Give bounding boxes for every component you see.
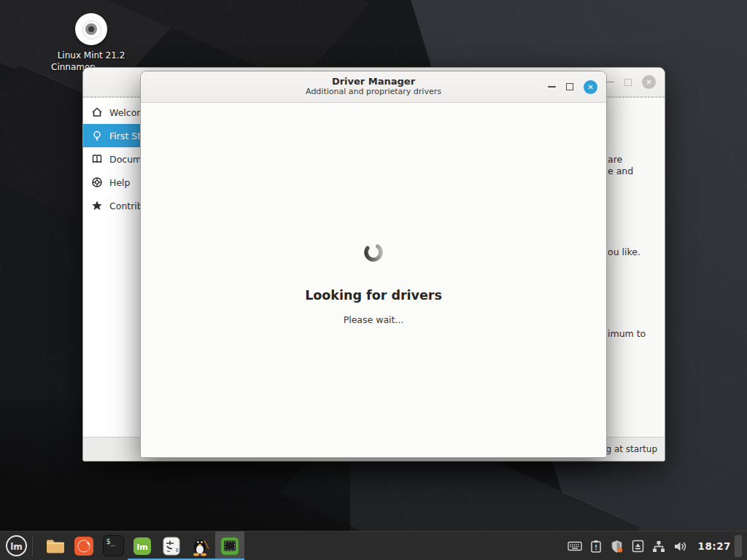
status-message: Please wait... [141,314,606,325]
minimize-button[interactable] [606,82,614,83]
terminal-icon: $_ [103,535,124,556]
lightbulb-icon [91,130,103,141]
desktop-icon-label-line1: Linux Mint 21.2 [58,50,125,61]
driver-manager-content: Looking for drivers Please wait... [141,103,606,457]
mint-welcome-icon: lm [132,536,152,556]
taskbar-clock[interactable]: 18:27 [698,540,731,552]
desktop-icon-install-disc[interactable]: Linux Mint 21.2 Cinnamon [44,13,139,73]
driver-manager-titlebar[interactable]: Driver Manager Additional and proprietar… [141,71,606,103]
files-launcher[interactable] [40,532,69,560]
close-button[interactable]: ✕ [584,80,597,94]
close-button[interactable]: ✕ [642,75,656,89]
minimize-button[interactable] [548,86,556,88]
taskbar: lm $_ lm E [0,531,747,560]
update-manager-shield-icon[interactable] [610,540,624,553]
disc-icon [75,13,107,45]
tux-penguin-icon [190,536,211,556]
show-desktop-button[interactable] [735,535,742,557]
terminal-launcher[interactable]: $_ [98,532,128,560]
help-icon [91,176,103,188]
terminal-glyph: $_ [107,537,115,545]
welcome-text-fragment: imum to [608,328,646,339]
folder-icon [44,535,66,557]
driver-manager-window: Driver Manager Additional and proprietar… [140,71,607,458]
volume-icon[interactable] [673,540,687,553]
loading-spinner-icon [363,241,384,263]
taskbar-separator [32,537,33,556]
firefox-launcher[interactable] [69,532,98,560]
taskbar-window-character-map[interactable]: E [157,532,186,560]
mint-logo-icon: lm [5,534,28,557]
keyboard-layout-icon[interactable] [568,540,582,552]
reports-clipboard-icon[interactable]: ! [590,540,602,553]
taskbar-window-tux-app[interactable] [186,532,215,560]
mint-menu-button[interactable]: lm [0,532,32,560]
welcome-text-fragment: ou like. [608,246,640,257]
svg-text:lm: lm [10,542,23,552]
firefox-icon [73,535,95,557]
status-heading: Looking for drivers [141,288,606,303]
sidebar-item-label: Help [109,177,131,188]
svg-text:!: ! [594,544,597,551]
screen-app-icon [220,536,240,556]
system-tray: ! 18:27 [568,532,731,560]
taskbar-window-driver-manager[interactable] [215,532,244,560]
home-icon [91,106,103,118]
welcome-text-fragment: are [608,154,622,165]
window-title: Driver Manager [141,76,606,87]
network-icon[interactable] [652,540,665,553]
window-subtitle: Additional and proprietary drivers [141,87,606,96]
book-icon [91,153,103,165]
taskbar-window-welcome[interactable]: lm [128,532,157,560]
svg-text:lm: lm [136,542,147,552]
maximize-button[interactable] [624,79,632,86]
maximize-button[interactable] [566,83,573,90]
startup-checkbox-label[interactable]: g at startup [606,444,657,454]
removable-media-icon[interactable] [632,540,644,553]
welcome-text-fragment: e and [608,166,633,176]
character-map-icon: E [161,536,182,556]
svg-text:E: E [176,548,179,553]
disc-hole [88,26,94,32]
star-icon [91,200,103,211]
